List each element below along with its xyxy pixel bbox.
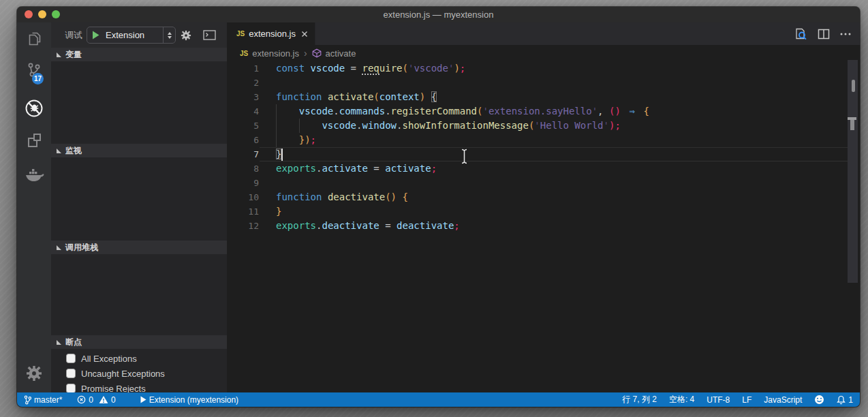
dropdown-arrows-icon (163, 27, 175, 43)
status-bar: master* 0 0 Extension (myextension) 行 7,… (17, 392, 860, 407)
breadcrumb-symbol[interactable]: activate (326, 48, 356, 59)
extensions-icon[interactable] (17, 132, 51, 151)
open-preview-icon[interactable] (793, 27, 808, 42)
code-line[interactable]: 8exports.activate = activate; (227, 161, 860, 176)
debug-toolbar: 调试 Extension (51, 22, 227, 48)
collapse-twistie-icon (57, 245, 61, 250)
breakpoints-body: All ExceptionsUncaught ExceptionsPromise… (51, 349, 227, 396)
breakpoint-row: All Exceptions (51, 351, 227, 366)
maximize-window-button[interactable] (52, 10, 60, 18)
git-branch-item[interactable]: master* (24, 395, 62, 405)
line-number: 11 (227, 204, 259, 219)
minimize-window-button[interactable] (38, 10, 46, 18)
code-line[interactable]: 2 (227, 76, 860, 90)
configure-gear-icon[interactable] (180, 29, 192, 44)
code-line[interactable]: 6 }); (227, 133, 860, 147)
watch-body (51, 157, 227, 241)
section-callstack[interactable]: 调用堆栈 (51, 241, 227, 254)
section-watch[interactable]: 监视 (51, 144, 227, 157)
line-content: exports.activate = activate; (259, 161, 437, 176)
tab-bar: JS extension.js (227, 22, 860, 45)
feedback-smiley-icon (814, 395, 824, 405)
encoding-item[interactable]: UTF-8 (707, 395, 730, 405)
breadcrumb-file[interactable]: extension.js (252, 48, 299, 59)
tab-extension-js[interactable]: JS extension.js (227, 22, 315, 45)
cursor-position-item[interactable]: 行 7, 列 2 (622, 394, 657, 405)
split-editor-icon[interactable] (817, 27, 831, 41)
debug-title: 调试 (65, 29, 82, 42)
start-debug-icon[interactable] (92, 31, 99, 40)
code-line[interactable]: 11} (227, 204, 860, 219)
line-content (259, 76, 276, 90)
code-line[interactable]: 9 (227, 176, 860, 190)
line-number: 7 (227, 147, 259, 161)
close-tab-icon[interactable] (301, 31, 308, 37)
line-number: 6 (227, 133, 259, 147)
debug-sidebar: 调试 Extension (51, 22, 227, 392)
line-content: vscode.commands.registerCommand('extensi… (259, 104, 649, 119)
line-number: 9 (227, 176, 259, 190)
breadcrumb: JS extension.js › activate (227, 45, 860, 61)
line-number: 8 (227, 161, 259, 176)
line-number: 3 (227, 90, 259, 104)
launch-config-name: Extension (106, 30, 163, 40)
symbol-icon (312, 48, 322, 58)
code-line[interactable]: 3function activate(context) { (227, 90, 860, 104)
code-line[interactable]: 12exports.deactivate = deactivate; (227, 219, 860, 233)
mouse-ibeam-pointer (460, 149, 469, 167)
close-window-button[interactable] (25, 10, 33, 18)
breakpoint-label: All Exceptions (81, 354, 137, 364)
code-line[interactable]: 10function deactivate() { (227, 190, 860, 204)
variables-body (51, 61, 227, 144)
code-line[interactable]: 1const vscode = require('vscode'); (227, 61, 860, 76)
scrollbar-track[interactable] (848, 60, 858, 283)
settings-gear-icon[interactable] (17, 364, 51, 383)
line-content: exports.deactivate = deactivate; (259, 219, 460, 233)
js-file-icon: JS (236, 30, 245, 37)
explorer-icon[interactable] (17, 29, 51, 48)
feedback-item[interactable] (814, 395, 824, 405)
vscode-window: extension.js — myextension 17 (17, 7, 860, 407)
window-title: extension.js — myextension (384, 10, 494, 20)
breakpoint-row: Uncaught Exceptions (51, 366, 227, 381)
code-area[interactable]: 1const vscode = require('vscode');23func… (227, 61, 860, 392)
checkbox[interactable] (66, 354, 76, 363)
checkbox[interactable] (66, 369, 76, 378)
section-variables[interactable]: 变量 (51, 48, 227, 61)
scrollbar-slider[interactable] (852, 80, 855, 92)
debug-status-item[interactable]: Extension (myextension) (140, 395, 238, 405)
language-item[interactable]: JavaScript (764, 395, 802, 405)
checkbox[interactable] (66, 384, 76, 393)
code-line[interactable]: 7} (227, 147, 860, 161)
scm-badge: 17 (32, 73, 44, 84)
line-number: 5 (227, 119, 259, 133)
errors-icon (77, 395, 86, 404)
line-content: const vscode = require('vscode'); (259, 61, 465, 76)
line-content: vscode.window.showInformationMessage('He… (259, 119, 621, 133)
docker-icon[interactable] (17, 166, 51, 184)
line-content: } (259, 204, 281, 219)
code-line[interactable]: 5 vscode.window.showInformationMessage('… (227, 119, 860, 133)
bell-icon (837, 395, 846, 405)
text-cursor (281, 149, 283, 161)
eol-item[interactable]: LF (742, 395, 751, 405)
code-line[interactable]: 4 vscode.commands.registerCommand('exten… (227, 104, 860, 119)
breakpoint-label: Uncaught Exceptions (81, 369, 165, 379)
line-content: function activate(context) { (259, 90, 437, 104)
line-content: } (259, 147, 281, 161)
line-number: 10 (227, 190, 259, 204)
launch-config-dropdown[interactable]: Extension (87, 27, 176, 44)
debug-console-icon[interactable] (203, 30, 216, 42)
git-branch-icon (24, 395, 31, 405)
debug-icon[interactable] (17, 98, 51, 119)
problems-item[interactable]: 0 0 (77, 395, 115, 405)
line-number: 12 (227, 219, 259, 233)
collapse-twistie-icon (57, 340, 61, 345)
indentation-item[interactable]: 空格: 4 (669, 394, 694, 405)
notifications-item[interactable]: 1 (837, 395, 853, 405)
callstack-body (51, 254, 227, 335)
activity-bar: 17 (17, 22, 51, 392)
play-icon (140, 396, 146, 403)
section-breakpoints[interactable]: 断点 (51, 335, 227, 349)
more-actions-icon[interactable] (839, 28, 852, 40)
